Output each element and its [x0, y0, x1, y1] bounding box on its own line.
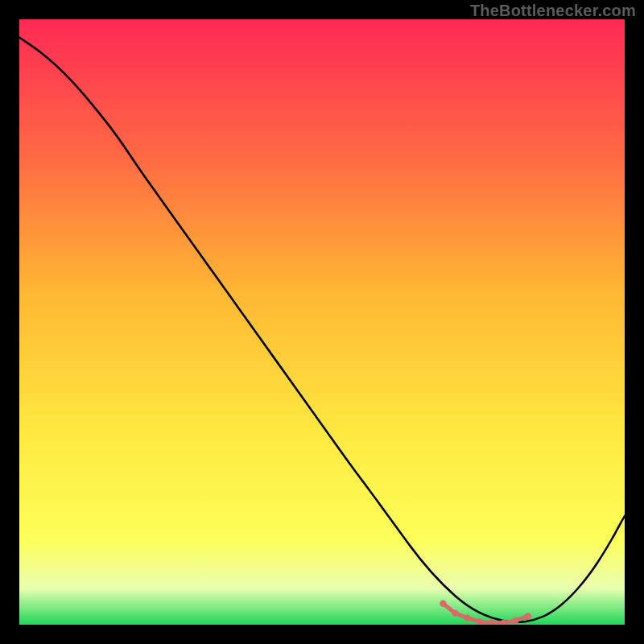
optimal-zone-point [440, 600, 446, 606]
optimal-zone-point [452, 610, 458, 617]
watermark-text: TheBottlenecker.com [470, 2, 636, 20]
plot-area [19, 19, 625, 625]
optimal-zone-point [512, 617, 518, 624]
optimal-zone-point [464, 615, 470, 621]
optimal-zone-point [524, 613, 530, 619]
chart-svg [19, 19, 625, 625]
gradient-background [19, 19, 625, 625]
chart-frame: TheBottlenecker.com [0, 0, 644, 644]
